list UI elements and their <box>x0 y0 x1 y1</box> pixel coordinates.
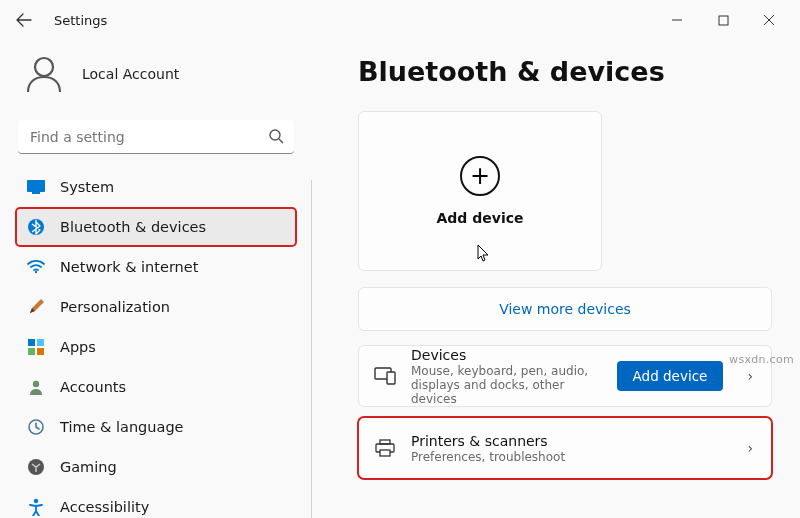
sidebar: Local Account System Bluetooth & devices… <box>0 40 312 518</box>
svg-point-14 <box>34 499 38 503</box>
svg-rect-4 <box>32 192 40 194</box>
nav-label: System <box>60 179 114 195</box>
nav-label: Gaming <box>60 459 117 475</box>
chevron-right-icon: › <box>737 440 757 456</box>
devices-row[interactable]: Devices Mouse, keyboard, pen, audio, dis… <box>358 345 772 407</box>
svg-rect-7 <box>28 339 35 346</box>
printers-subtitle: Preferences, troubleshoot <box>411 450 723 464</box>
svg-point-11 <box>33 381 39 387</box>
nav-label: Bluetooth & devices <box>60 219 206 235</box>
clock-icon <box>26 417 46 437</box>
svg-rect-0 <box>719 16 728 25</box>
bluetooth-icon <box>26 217 46 237</box>
title-bar: Settings <box>0 0 800 40</box>
nav-label: Accessibility <box>60 499 149 515</box>
nav-accounts[interactable]: Accounts <box>16 368 296 406</box>
view-more-devices[interactable]: View more devices <box>358 287 772 331</box>
nav-label: Time & language <box>60 419 184 435</box>
nav-accessibility[interactable]: Accessibility <box>16 488 296 518</box>
window-title: Settings <box>54 13 107 28</box>
nav-personalization[interactable]: Personalization <box>16 288 296 326</box>
maximize-icon <box>718 15 729 26</box>
person-icon <box>26 377 46 397</box>
close-button[interactable] <box>746 4 792 36</box>
chevron-right-icon: › <box>737 368 757 384</box>
search-icon <box>268 128 284 144</box>
nav-apps[interactable]: Apps <box>16 328 296 366</box>
brush-icon <box>26 297 46 317</box>
system-icon <box>26 177 46 197</box>
nav-label: Network & internet <box>60 259 198 275</box>
add-device-label: Add device <box>437 210 524 226</box>
printers-row[interactable]: Printers & scanners Preferences, trouble… <box>358 417 772 479</box>
cursor-icon <box>477 244 491 266</box>
nav-system[interactable]: System <box>16 168 296 206</box>
svg-rect-19 <box>380 450 390 456</box>
add-device-card[interactable]: + Add device <box>358 111 602 271</box>
nav-time[interactable]: Time & language <box>16 408 296 446</box>
page-title: Bluetooth & devices <box>358 56 772 87</box>
svg-rect-8 <box>37 339 44 346</box>
nav-list: System Bluetooth & devices Network & int… <box>16 168 296 518</box>
back-button[interactable] <box>8 4 40 36</box>
main-panel: Bluetooth & devices + Add device View mo… <box>312 40 800 518</box>
maximize-button[interactable] <box>700 4 746 36</box>
back-arrow-icon <box>16 12 32 28</box>
add-device-button[interactable]: Add device <box>617 361 724 391</box>
printer-icon <box>373 439 397 457</box>
svg-rect-10 <box>37 348 44 355</box>
close-icon <box>763 14 775 26</box>
wifi-icon <box>26 257 46 277</box>
svg-rect-9 <box>28 348 35 355</box>
view-more-label: View more devices <box>499 301 631 317</box>
search-box[interactable] <box>18 120 294 154</box>
devices-subtitle: Mouse, keyboard, pen, audio, displays an… <box>411 364 603 406</box>
plus-icon: + <box>460 156 500 196</box>
account-header[interactable]: Local Account <box>16 44 296 114</box>
svg-point-2 <box>270 130 280 140</box>
gaming-icon <box>26 457 46 477</box>
minimize-icon <box>671 14 683 26</box>
devices-title: Devices <box>411 347 603 363</box>
svg-rect-3 <box>27 180 45 192</box>
printers-title: Printers & scanners <box>411 433 723 449</box>
nav-gaming[interactable]: Gaming <box>16 448 296 486</box>
avatar-icon <box>22 52 66 96</box>
nav-label: Apps <box>60 339 96 355</box>
nav-network[interactable]: Network & internet <box>16 248 296 286</box>
account-name: Local Account <box>82 66 179 82</box>
apps-icon <box>26 337 46 357</box>
svg-point-1 <box>35 58 53 76</box>
svg-point-6 <box>35 271 37 273</box>
search-input[interactable] <box>18 120 294 154</box>
nav-label: Personalization <box>60 299 170 315</box>
accessibility-icon <box>26 497 46 517</box>
minimize-button[interactable] <box>654 4 700 36</box>
nav-label: Accounts <box>60 379 126 395</box>
watermark: wsxdn.com <box>729 353 794 366</box>
devices-icon <box>373 367 397 385</box>
nav-bluetooth[interactable]: Bluetooth & devices <box>16 208 296 246</box>
svg-rect-16 <box>387 372 395 384</box>
